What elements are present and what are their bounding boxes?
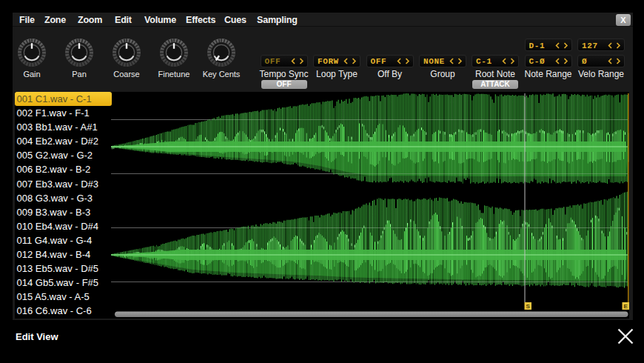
svg-text:E: E xyxy=(624,303,628,310)
svg-text:S: S xyxy=(526,303,531,310)
